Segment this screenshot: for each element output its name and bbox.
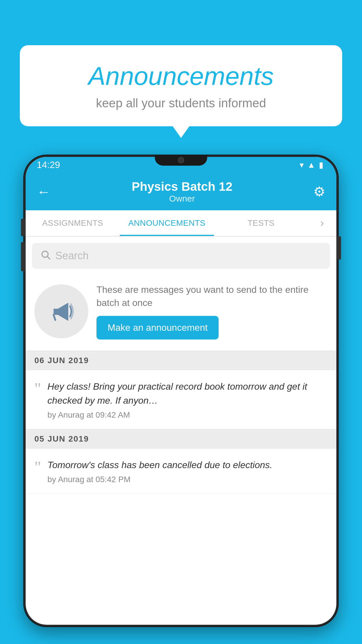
announcement-content-1: Hey class! Bring your practical record b… bbox=[48, 379, 328, 420]
announcement-meta-1: by Anurag at 09:42 AM bbox=[48, 410, 328, 420]
speech-bubble-section: Announcements keep all your students inf… bbox=[20, 45, 342, 126]
promo-card: These are messages you want to send to t… bbox=[26, 275, 336, 351]
tab-more[interactable]: › bbox=[308, 210, 336, 236]
announcement-item-1[interactable]: " Hey class! Bring your practical record… bbox=[26, 370, 336, 429]
promo-content: These are messages you want to send to t… bbox=[96, 283, 328, 340]
svg-line-1 bbox=[48, 257, 50, 259]
quote-icon-2: " bbox=[34, 459, 41, 475]
phone-container: 14:29 ▾ ▲ ▮ ← Physics Batch 12 Owner ⚙ bbox=[23, 155, 339, 644]
battery-icon: ▮ bbox=[319, 160, 323, 170]
phone-frame: 14:29 ▾ ▲ ▮ ← Physics Batch 12 Owner ⚙ bbox=[23, 155, 339, 627]
volume-down-button[interactable] bbox=[21, 242, 25, 271]
announcement-text-2: Tomorrow's class has been cancelled due … bbox=[48, 458, 328, 472]
speech-bubble: Announcements keep all your students inf… bbox=[20, 45, 342, 126]
header-center: Physics Batch 12 Owner bbox=[132, 180, 233, 204]
wifi-icon: ▾ bbox=[300, 160, 304, 170]
announcement-content-2: Tomorrow's class has been cancelled due … bbox=[48, 458, 328, 484]
header-title: Physics Batch 12 bbox=[132, 180, 233, 194]
announcement-text-1: Hey class! Bring your practical record b… bbox=[48, 379, 328, 407]
announcement-item-2[interactable]: " Tomorrow's class has been cancelled du… bbox=[26, 449, 336, 494]
search-placeholder: Search bbox=[55, 250, 89, 262]
settings-icon[interactable]: ⚙ bbox=[313, 184, 325, 200]
promo-description: These are messages you want to send to t… bbox=[96, 283, 328, 309]
bubble-title: Announcements bbox=[37, 61, 325, 91]
promo-icon-circle bbox=[34, 284, 88, 338]
tab-assignments[interactable]: ASSIGNMENTS bbox=[26, 210, 120, 236]
tab-tests[interactable]: TESTS bbox=[214, 210, 308, 236]
app-header: ← Physics Batch 12 Owner ⚙ bbox=[26, 173, 336, 210]
date-header-2: 05 JUN 2019 bbox=[26, 429, 336, 449]
megaphone-icon bbox=[48, 298, 75, 325]
signal-icon: ▲ bbox=[307, 160, 315, 170]
status-time: 14:29 bbox=[37, 160, 60, 170]
status-icons: ▾ ▲ ▮ bbox=[300, 160, 323, 170]
phone-screen: 14:29 ▾ ▲ ▮ ← Physics Batch 12 Owner ⚙ bbox=[26, 157, 336, 625]
svg-point-0 bbox=[42, 251, 48, 257]
tab-bar: ASSIGNMENTS ANNOUNCEMENTS TESTS › bbox=[26, 210, 336, 237]
quote-icon-1: " bbox=[34, 381, 41, 397]
date-header-1: 06 JUN 2019 bbox=[26, 351, 336, 370]
back-button[interactable]: ← bbox=[37, 184, 51, 200]
make-announcement-button[interactable]: Make an announcement bbox=[96, 316, 219, 340]
search-icon bbox=[40, 249, 51, 262]
svg-line-2 bbox=[54, 315, 55, 320]
search-bar[interactable]: Search bbox=[32, 243, 330, 269]
announcement-meta-2: by Anurag at 05:42 PM bbox=[48, 475, 328, 484]
bubble-subtitle: keep all your students informed bbox=[37, 96, 325, 110]
volume-up-button[interactable] bbox=[21, 219, 25, 236]
power-button[interactable] bbox=[337, 236, 341, 260]
front-camera bbox=[178, 157, 184, 163]
header-subtitle: Owner bbox=[132, 194, 233, 204]
tab-announcements[interactable]: ANNOUNCEMENTS bbox=[120, 210, 214, 236]
phone-notch bbox=[155, 155, 207, 166]
